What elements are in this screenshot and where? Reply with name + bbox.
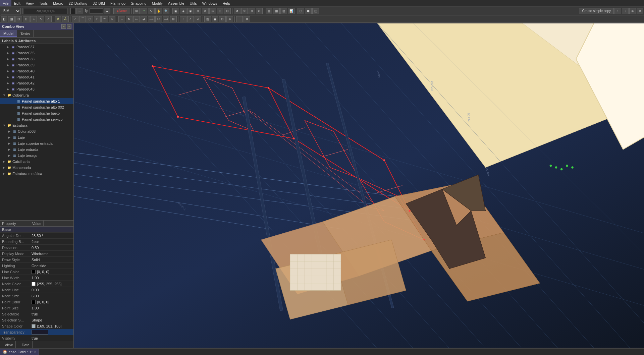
tb-b6[interactable]: ⊗ — [209, 8, 216, 14]
tree-item-cobertura[interactable]: ▼ 📁 Cobertura — [0, 92, 73, 98]
tb2-line[interactable]: ∕ — [72, 16, 78, 22]
tree-item-parede043[interactable]: ▶ ▣ Parede043 — [0, 86, 73, 92]
none-btn[interactable]: ● None — [113, 8, 130, 14]
tb2-spline[interactable]: 〜 — [101, 16, 108, 22]
combo-minimize-btn[interactable]: − — [61, 24, 66, 29]
tb-right-2[interactable]: ↓ — [622, 8, 629, 14]
tree-item-caixilharia[interactable]: ▶ 📁 Caixilharia — [0, 159, 73, 165]
tb-c3[interactable]: ⊕ — [249, 8, 255, 14]
tb2-layer[interactable]: ☰ — [236, 16, 243, 22]
tree-item-painel-alto-002[interactable]: ▦ Painel sanduiche alto 002 — [0, 104, 73, 110]
menu-flamingo[interactable]: Flamingo — [108, 0, 128, 6]
tb2-arc[interactable]: ⌒ — [79, 16, 86, 22]
tb-d3[interactable]: ▧ — [280, 8, 287, 14]
tb2-angle[interactable]: ∠ — [187, 16, 194, 22]
tb2-block[interactable]: ⊡ — [219, 16, 226, 22]
tab-model[interactable]: Model — [0, 30, 17, 37]
tb2-b5[interactable]: ⟐ — [30, 16, 37, 22]
tb-b5[interactable]: ✕ — [202, 8, 209, 14]
select-btn[interactable]: ↖ — [148, 8, 155, 14]
menu-modify[interactable]: Modify — [149, 0, 165, 6]
menu-edit[interactable]: Edit — [11, 0, 23, 6]
tb2-offset[interactable]: ⟹ — [148, 16, 155, 22]
tree-item-laje-entrada[interactable]: ▶ ▦ Laje entrada — [0, 146, 73, 153]
percentage-input[interactable]: 99.99 — [90, 8, 103, 14]
tree-item-estrutura[interactable]: ▼ 📁 Estrutura — [0, 122, 73, 128]
tb2-symbol[interactable]: ⊛ — [226, 16, 233, 22]
tb-d1[interactable]: ▤ — [266, 8, 272, 14]
tb2-b4[interactable]: ⊟ — [23, 16, 30, 22]
tb2-poly[interactable]: ⬡ — [87, 16, 93, 22]
bottom-tab-data[interactable]: Data — [19, 341, 33, 348]
tree-item-parede040[interactable]: ▶ ▣ Parede040 — [0, 68, 73, 74]
tb-b7[interactable]: ⊞ — [217, 8, 223, 14]
tb2-text[interactable]: A — [55, 16, 61, 22]
prop-value-transparency[interactable]: 0 — [30, 330, 50, 335]
tb-right-4[interactable]: ⊗ — [637, 8, 643, 14]
tb2-props[interactable]: ⚙ — [244, 16, 250, 22]
tree-item-painel-servico[interactable]: ▦ Painel sanduiche serviço — [0, 116, 73, 122]
transparency-input[interactable]: 0 — [32, 330, 48, 335]
doc-tab-close[interactable]: × — [34, 350, 36, 354]
tree-item-painel-alto-1[interactable]: ▦ Painel sanduiche alto 1 — [0, 98, 73, 104]
tb2-join[interactable]: ⊞ — [170, 16, 177, 22]
tb-d2[interactable]: ▦ — [273, 8, 280, 14]
tree-item-estrutura-metalica[interactable]: ▶ 📁 Estrutura metálica — [0, 171, 73, 177]
tree-item-parede041[interactable]: ▶ ▣ Parede041 — [0, 74, 73, 80]
pan-btn[interactable]: ✋ — [155, 8, 162, 14]
bottom-tab-view[interactable]: View — [2, 341, 16, 348]
menu-windows[interactable]: Windows — [200, 0, 220, 6]
menu-view[interactable]: View — [23, 0, 37, 6]
viewport[interactable]: 100 CM 50 CM 300 CM RAMPF ATRELA — [74, 23, 644, 348]
snap-btn[interactable]: ⌖ — [141, 8, 147, 14]
percentage-up[interactable]: ▲ — [104, 8, 110, 14]
menu-2d-drafting[interactable]: 2D Drafting — [66, 0, 90, 6]
menu-file[interactable]: File — [0, 0, 11, 6]
create-simple-copy-btn[interactable]: Create simple copy — [579, 8, 614, 14]
prop-row-point-color[interactable]: Point Color [0, 0, 0] — [0, 299, 73, 305]
tb2-b1[interactable]: ◧ — [1, 16, 7, 22]
tree-item-parede039[interactable]: ▶ ▣ Parede039 — [0, 62, 73, 68]
tb2-rect[interactable]: □ — [94, 16, 101, 22]
menu-help[interactable]: Help — [220, 0, 233, 6]
tree-item-painel-baixo[interactable]: ▦ Painel sanduiche baixo — [0, 110, 73, 116]
tb-b2[interactable]: ◈ — [180, 8, 186, 14]
tb-e3[interactable]: ◫ — [312, 8, 319, 14]
tb2-radius[interactable]: ⌀ — [195, 16, 201, 22]
tb2-b3[interactable]: ⊡ — [15, 16, 22, 22]
tree-item-laje-terraco[interactable]: ▶ ▦ Laje terraço — [0, 153, 73, 159]
tb2-mirror[interactable]: ⇌ — [141, 16, 147, 22]
tb-c1[interactable]: ↺ — [234, 8, 240, 14]
tb-b4[interactable]: ⊕ — [195, 8, 201, 14]
tree-item-marcenaria[interactable]: ▶ 📁 Marcenaria — [0, 165, 73, 171]
prop-row-shape-color[interactable]: Shape Color [169, 181, 186] — [0, 323, 73, 329]
tree-item-parede038[interactable]: ▶ ▣ Parede038 — [0, 56, 73, 62]
tb2-cursor[interactable]: ↗ — [45, 16, 52, 22]
tb-right-1[interactable]: ↑ — [614, 8, 621, 14]
menu-snapping[interactable]: Snapping — [128, 0, 149, 6]
tb2-fill[interactable]: ▣ — [212, 16, 218, 22]
tree-item-coluna003[interactable]: ▶ ▦ Coluna003 — [0, 128, 73, 134]
tb2-extend[interactable]: ⟶ — [163, 16, 169, 22]
menu-utils[interactable]: Utils — [187, 0, 199, 6]
prop-row-node-color[interactable]: Node Color [255, 255, 255] — [0, 281, 73, 287]
tb2-b2[interactable]: ◨ — [8, 16, 15, 22]
combo-close-btn[interactable]: × — [67, 24, 71, 29]
menu-tools[interactable]: Tools — [36, 0, 50, 6]
tb2-scale[interactable]: ⇔ — [133, 16, 140, 22]
tree-item-laje-superior[interactable]: ▶ ▦ Laje superior entrada — [0, 140, 73, 146]
tb2-b6[interactable]: ↖ — [38, 16, 44, 22]
tree-item-parede035[interactable]: ▶ ▣ Parede035 — [0, 50, 73, 56]
doc-tab-casa-cathi[interactable]: 🏠 casa Cathi : 1* × — [0, 349, 39, 355]
tb-b8[interactable]: ⊟ — [224, 8, 231, 14]
tb2-hatch[interactable]: ▨ — [204, 16, 211, 22]
tb2-dim[interactable]: ↕ — [180, 16, 186, 22]
line-style-btn[interactable]: — — [76, 8, 83, 14]
tb-b1[interactable]: ▣ — [172, 8, 179, 14]
tb-b3[interactable]: ◉ — [187, 8, 194, 14]
tab-tasks[interactable]: Tasks — [17, 30, 34, 37]
tb-e1[interactable]: ⬡ — [298, 8, 304, 14]
tree-item-laje[interactable]: ▶ ▦ Laje — [0, 134, 73, 140]
tb-d4[interactable]: 📊 — [288, 8, 294, 14]
tb2-move[interactable]: ↔ — [118, 16, 125, 22]
